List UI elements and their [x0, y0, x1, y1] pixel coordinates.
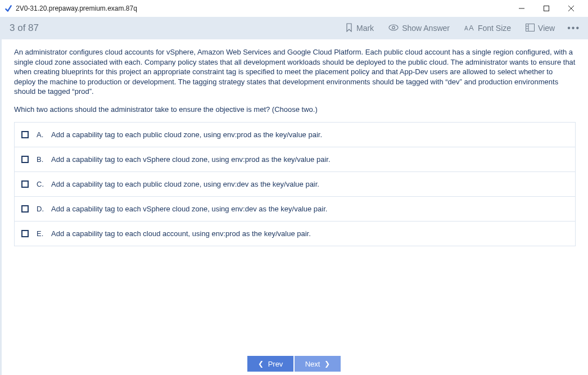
- checkbox-icon[interactable]: [21, 205, 29, 213]
- main-toolbar: 3 of 87 Mark Show Answer A A Font Size: [2, 17, 588, 39]
- next-button[interactable]: Next ❯: [295, 356, 341, 372]
- font-size-button[interactable]: A A Font Size: [464, 24, 511, 33]
- svg-line-3: [568, 6, 574, 11]
- view-button[interactable]: View: [526, 24, 555, 33]
- question-text: An administrator configures cloud accoun…: [14, 47, 576, 114]
- option-letter: D.: [37, 205, 46, 213]
- option-letter: E.: [37, 229, 46, 238]
- checkbox-icon[interactable]: [21, 230, 29, 237]
- option-d[interactable]: D. Add a capability tag to each vSphere …: [15, 197, 575, 222]
- view-icon: [526, 24, 535, 33]
- svg-text:A: A: [469, 24, 474, 31]
- window-title: 2V0-31.20.prepaway.premium.exam.87q: [16, 4, 137, 12]
- option-text: Add a capability tag to each vSphere clo…: [51, 155, 331, 164]
- checkbox-icon[interactable]: [21, 180, 29, 188]
- eye-icon: [388, 24, 399, 33]
- view-label: View: [538, 24, 555, 33]
- option-letter: A.: [37, 130, 46, 139]
- chevron-right-icon: ❯: [324, 360, 330, 368]
- bookmark-icon: [345, 23, 353, 34]
- option-letter: C.: [37, 180, 46, 188]
- window-minimize-button[interactable]: [509, 0, 534, 17]
- option-c[interactable]: C. Add a capability tag to each public c…: [15, 172, 575, 197]
- option-letter: B.: [37, 155, 46, 164]
- answer-options: A. Add a capability tag to each public c…: [14, 122, 576, 246]
- checkbox-icon[interactable]: [21, 156, 29, 163]
- window-titlebar: 2V0-31.20.prepaway.premium.exam.87q: [0, 0, 588, 17]
- font-size-icon: A A: [464, 24, 474, 33]
- chevron-left-icon: ❮: [258, 360, 264, 368]
- question-paragraph-1: An administrator configures cloud accoun…: [14, 47, 576, 97]
- svg-text:A: A: [464, 25, 468, 31]
- svg-line-2: [568, 6, 574, 11]
- option-text: Add a capability tag to each vSphere clo…: [51, 205, 327, 213]
- window-maximize-button[interactable]: [534, 0, 559, 17]
- option-text: Add a capability tag to each public clou…: [51, 130, 322, 139]
- option-text: Add a capability tag to each public clou…: [51, 180, 319, 188]
- svg-point-4: [389, 25, 398, 30]
- svg-point-5: [392, 26, 395, 29]
- prev-label: Prev: [268, 360, 283, 368]
- svg-rect-8: [526, 24, 535, 31]
- show-answer-label: Show Answer: [402, 24, 450, 33]
- prev-button[interactable]: ❮ Prev: [247, 356, 293, 372]
- window-close-button[interactable]: [559, 0, 584, 17]
- question-counter: 3 of 87: [10, 22, 39, 34]
- mark-label: Mark: [356, 24, 374, 33]
- mark-button[interactable]: Mark: [345, 23, 374, 34]
- option-text: Add a capability tag to each cloud accou…: [51, 229, 311, 238]
- checkbox-icon[interactable]: [21, 131, 29, 138]
- question-panel: An administrator configures cloud accoun…: [2, 39, 588, 353]
- svg-rect-1: [544, 6, 549, 11]
- option-a[interactable]: A. Add a capability tag to each public c…: [15, 123, 575, 147]
- option-b[interactable]: B. Add a capability tag to each vSphere …: [15, 147, 575, 172]
- question-paragraph-2: Which two actions should the administrat…: [14, 105, 576, 115]
- next-label: Next: [305, 360, 320, 368]
- show-answer-button[interactable]: Show Answer: [388, 24, 450, 33]
- font-size-label: Font Size: [478, 24, 511, 33]
- more-options-button[interactable]: •••: [567, 23, 580, 33]
- app-logo-icon: [4, 4, 12, 12]
- option-e[interactable]: E. Add a capability tag to each cloud ac…: [15, 222, 575, 246]
- footer-nav: ❮ Prev Next ❯: [0, 353, 588, 375]
